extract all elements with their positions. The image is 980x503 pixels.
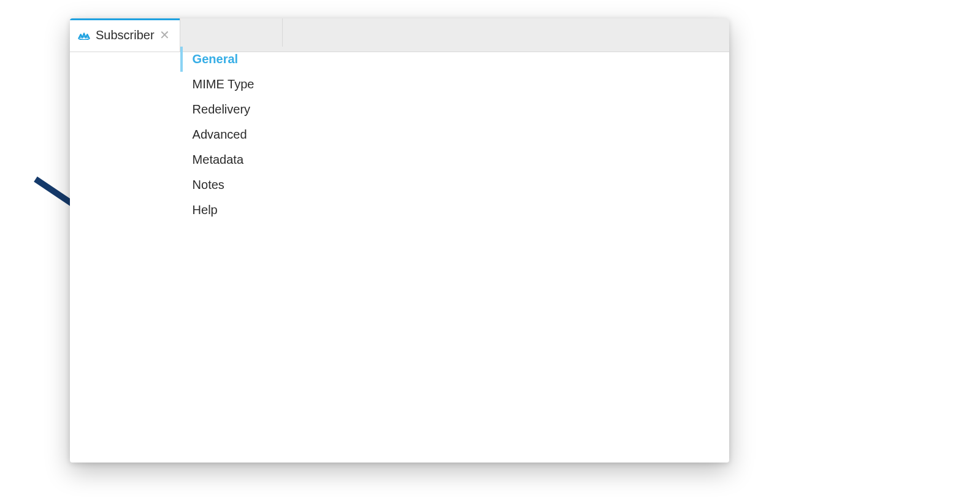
sidebar-item-advanced[interactable]: Advanced	[180, 122, 282, 147]
sidebar-item-metadata[interactable]: Metadata	[180, 147, 282, 172]
close-icon[interactable]: ✕	[159, 29, 170, 41]
tab-subscriber[interactable]: Subscriber ✕	[70, 18, 180, 52]
sidebar-item-help[interactable]: Help	[180, 198, 282, 223]
editor-window: Subscriber ✕ General MIME Type Redeliver…	[70, 18, 729, 463]
sidebar-item-mime-type[interactable]: MIME Type	[180, 72, 282, 97]
sidebar-item-general[interactable]: General	[180, 47, 282, 72]
sidebar-item-notes[interactable]: Notes	[180, 172, 282, 198]
content-pane: There are no errors. Display Name: Basic…	[283, 18, 729, 29]
svg-point-1	[78, 37, 90, 39]
tab-bar: Subscriber ✕ General MIME Type Redeliver…	[70, 18, 729, 52]
sidebar-item-redelivery[interactable]: Redelivery	[180, 97, 282, 122]
mq-icon	[77, 30, 91, 40]
sidebar: General MIME Type Redelivery Advanced Me…	[180, 18, 283, 47]
tab-title: Subscriber	[96, 28, 155, 42]
